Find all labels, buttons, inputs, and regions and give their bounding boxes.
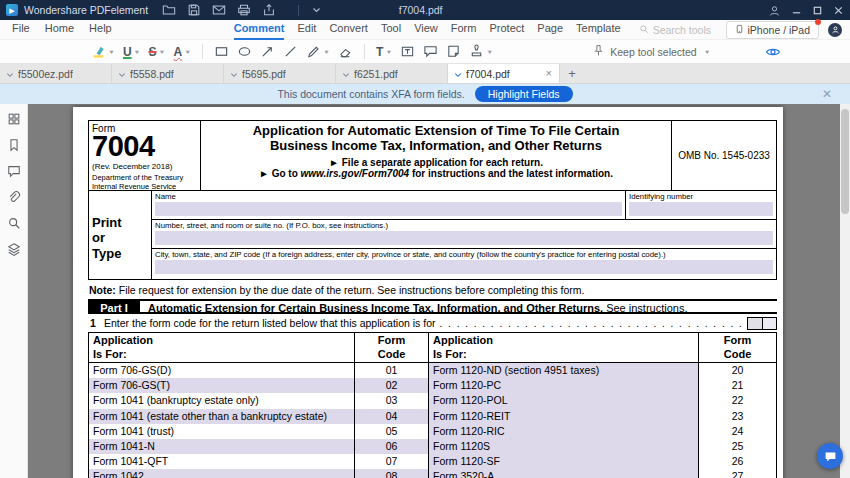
vertical-scrollbar[interactable] — [840, 104, 850, 478]
underline-tool-button[interactable]: U▼ — [120, 42, 144, 62]
chevron-down-icon: ▼ — [486, 49, 493, 55]
notification-close-icon[interactable]: ✕ — [822, 88, 832, 100]
customize-toolbar-chevron-icon[interactable] — [312, 7, 321, 13]
chevron-down-icon: ▼ — [134, 49, 141, 55]
part1-title: Automatic Extension for Certain Business… — [140, 301, 603, 312]
rectangle-tool-button[interactable] — [211, 42, 232, 62]
tab-template[interactable]: Template — [576, 20, 621, 40]
tab-chevron-down-icon[interactable] — [454, 68, 462, 80]
pdf-page: Form 7004 (Rev. December 2018) Departmen… — [73, 107, 783, 478]
panel-bookmarks-icon[interactable] — [6, 137, 22, 153]
form-code-table: ApplicationIs For: FormCode ApplicationI… — [88, 332, 777, 478]
iphone-ipad-button[interactable]: iPhone / iPad — [726, 21, 819, 39]
highlight-tool-button[interactable]: ▼ — [88, 42, 118, 62]
form-code-box-1[interactable] — [747, 317, 762, 330]
panel-comments-icon[interactable] — [6, 163, 22, 179]
panel-attachments-icon[interactable] — [6, 189, 22, 205]
omb-number: OMB No. 1545-0233 — [672, 121, 776, 190]
form-header: Form 7004 (Rev. December 2018) Departmen… — [88, 120, 777, 191]
open-file-icon[interactable] — [162, 3, 176, 17]
name-field[interactable] — [155, 202, 622, 216]
form-service: Internal Revenue Service — [92, 182, 197, 191]
table-row: Form 1041 (bankruptcy estate only)03Form… — [89, 393, 776, 408]
iphone-ipad-label: iPhone / iPad — [748, 24, 810, 36]
highlight-fields-button[interactable]: Highlight Fields — [475, 86, 573, 102]
email-icon[interactable] — [212, 3, 226, 17]
line1-text: Enter the form code for the return liste… — [104, 317, 436, 329]
tab-chevron-down-icon[interactable] — [230, 68, 238, 80]
tab-convert[interactable]: Convert — [329, 20, 368, 40]
street-field[interactable] — [155, 231, 773, 245]
stamp-tool-button[interactable]: ▼ — [466, 42, 496, 62]
eye-visibility-button[interactable] — [765, 44, 781, 60]
doc-tab-f5558[interactable]: f5558.pdf — [112, 64, 224, 83]
minimize-button[interactable] — [791, 5, 802, 16]
scrollbar-thumb[interactable] — [841, 109, 849, 214]
part1-suffix: See instructions. — [606, 301, 687, 312]
tab-edit[interactable]: Edit — [297, 20, 316, 40]
squiggly-underline-tool-button[interactable]: A▼ — [171, 42, 195, 62]
assistant-button[interactable] — [817, 443, 843, 469]
doc-tab-f5500ez[interactable]: f5500ez.pdf — [0, 64, 112, 83]
titlebar: ▶ Wondershare PDFelement f7004.pdf — [0, 0, 850, 20]
callout-tool-button[interactable] — [420, 42, 441, 62]
city-field[interactable] — [155, 260, 773, 274]
form-code-box-2[interactable] — [762, 317, 777, 330]
doc-tab-f5695[interactable]: f5695.pdf — [224, 64, 336, 83]
textbox-tool-button[interactable] — [397, 42, 418, 62]
eraser-tool-button[interactable] — [335, 42, 356, 62]
share-icon[interactable] — [262, 3, 276, 17]
part1-label: Part I — [88, 301, 140, 312]
panel-thumbnails-icon[interactable] — [6, 111, 22, 127]
tab-protect[interactable]: Protect — [489, 20, 524, 40]
tab-comment[interactable]: Comment — [234, 20, 285, 40]
search-tools[interactable]: Search tools — [639, 24, 711, 36]
oval-tool-button[interactable] — [234, 42, 255, 62]
menu-help[interactable]: Help — [89, 20, 112, 40]
titlebar-document-title: f7004.pdf — [399, 0, 443, 20]
identifying-number-field[interactable] — [629, 202, 773, 216]
xfa-notification-bar: This document contains XFA form fields. … — [0, 84, 850, 104]
panel-layers-icon[interactable] — [6, 241, 22, 257]
tab-chevron-down-icon[interactable] — [342, 68, 350, 80]
keep-tool-selected-label: Keep tool selected — [610, 46, 696, 58]
table-row: Form 1041-QFT07Form 1120-SF26 — [89, 454, 776, 469]
doc-tab-f7004-active[interactable]: f7004.pdf × — [448, 64, 560, 83]
tab-form[interactable]: Form — [451, 20, 477, 40]
chevron-down-icon: ▼ — [159, 49, 166, 55]
doc-tab-f6251[interactable]: f6251.pdf — [336, 64, 448, 83]
close-button[interactable] — [833, 5, 844, 16]
keep-tool-selected-control[interactable]: Keep tool selected ▼ — [592, 44, 710, 59]
menu-home[interactable]: Home — [45, 20, 74, 40]
form-bullet2: ► Go to www.irs.gov/Form7004 for instruc… — [201, 168, 671, 179]
sticky-note-tool-button[interactable] — [443, 42, 464, 62]
print-icon[interactable] — [237, 3, 251, 17]
tab-label: f5500ez.pdf — [18, 68, 73, 80]
text-comment-tool-button[interactable]: T▼ — [373, 42, 395, 62]
account-avatar[interactable] — [828, 23, 842, 37]
note-line: Note: File request for extension by the … — [88, 280, 777, 299]
chevron-down-icon: ▼ — [323, 49, 330, 55]
tab-view[interactable]: View — [414, 20, 438, 40]
app-window: ▶ Wondershare PDFelement f7004.pdf File … — [0, 0, 850, 478]
arrow-tool-button[interactable] — [257, 42, 278, 62]
xfa-notification-message: This document contains XFA form fields. — [277, 88, 464, 100]
phone-icon — [735, 23, 744, 37]
close-tab-icon[interactable]: × — [545, 68, 553, 79]
tab-chevron-down-icon[interactable] — [6, 68, 14, 80]
maximize-button[interactable] — [812, 5, 823, 16]
identifying-number-label: Identifying number — [629, 192, 773, 201]
panel-search-icon[interactable] — [6, 215, 22, 231]
tab-page[interactable]: Page — [537, 20, 563, 40]
user-account-icon[interactable] — [768, 4, 781, 17]
pencil-tool-button[interactable]: ▼ — [303, 42, 333, 62]
new-tab-button[interactable]: + — [560, 64, 584, 83]
tab-tool[interactable]: Tool — [381, 20, 401, 40]
menu-file[interactable]: File — [12, 20, 30, 40]
save-icon[interactable] — [187, 3, 201, 17]
tab-chevron-down-icon[interactable] — [118, 68, 126, 80]
line-tool-button[interactable] — [280, 42, 301, 62]
strikethrough-tool-button[interactable]: S▼ — [146, 42, 169, 62]
toolbar-separator — [364, 44, 365, 59]
line1-dot-leaders: . . . . . . . . . . . . . . . . . . . . … — [440, 318, 743, 329]
